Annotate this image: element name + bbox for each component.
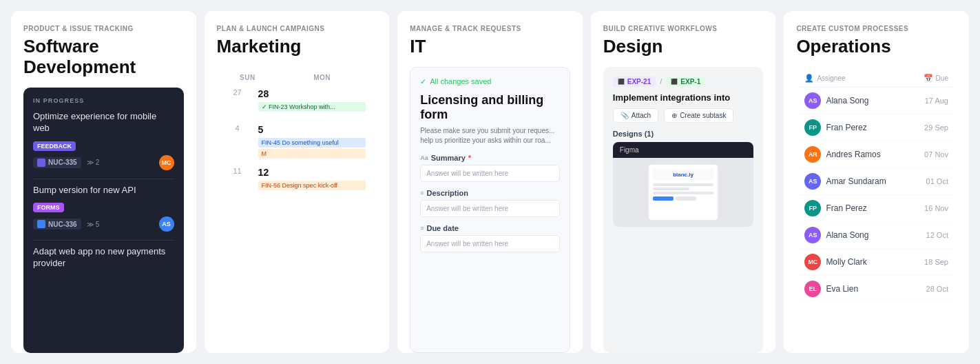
card-title: IT <box>410 37 570 57</box>
card-operations: CREATE CUSTOM PROCESSES Operations 👤 Ass… <box>784 11 969 353</box>
ops-date: 18 Sep <box>924 258 948 266</box>
cal-date: 5 <box>258 124 366 135</box>
ops-person: AS Alana Song <box>804 227 926 243</box>
task-id-label: NUC-336 <box>48 221 77 228</box>
task-id-label: NUC-335 <box>48 159 77 166</box>
ops-row: FP Fran Perez 29 Sep <box>799 114 954 141</box>
ops-person: FP Fran Perez <box>804 119 924 136</box>
task-title: Adapt web app no new payments provider <box>33 246 174 270</box>
figma-line <box>653 183 713 186</box>
design-header: ⬛ EXP-21 / ⬛ EXP-1 <box>613 77 754 87</box>
figma-btn-outline <box>676 196 696 201</box>
field-input-description[interactable]: Answer will be written here <box>420 200 560 217</box>
ops-row: MC Molly Clark 18 Sep <box>799 249 954 276</box>
create-subtask-button[interactable]: ⊕ Create subtask <box>664 108 733 123</box>
task-icon <box>37 220 45 228</box>
paperclip-icon: 📎 <box>621 112 629 119</box>
avatar: AR <box>804 146 821 163</box>
col-assignee: 👤 Assignee <box>804 74 923 83</box>
field-label-summary: Aa Summary * <box>420 154 560 162</box>
form-field-description: ≡ Description Answer will be written her… <box>420 189 560 217</box>
card-preview: ✓ All changes saved Licensing and billin… <box>410 67 570 353</box>
card-title: Operations <box>796 37 957 57</box>
ops-date: 17 Aug <box>925 97 948 105</box>
card-label: CREATE CUSTOM PROCESSES <box>796 25 957 32</box>
ops-row: AR Andres Ramos 07 Nov <box>799 141 954 168</box>
avatar: AS <box>804 92 821 109</box>
exp-tag-1: ⬛ EXP-1 <box>666 77 705 87</box>
calendar-icon: 📅 <box>924 74 933 83</box>
task-meta: NUC-336 ≫ 5 AS <box>33 216 174 232</box>
calendar-header: SUN MON <box>224 74 371 81</box>
card-preview: SUN MON 27 28 ✓ FIN-23 Workshop with... … <box>217 67 377 353</box>
attach-button[interactable]: 📎 Attach <box>613 108 658 123</box>
figma-embed: Figma blanc.ly <box>613 142 754 227</box>
designs-label: Designs (1) <box>613 130 754 138</box>
figma-buttons-row <box>653 196 713 201</box>
assignee-icon: 👤 <box>804 74 814 83</box>
cal-event: ✓ FIN-23 Workshop with... <box>258 102 366 112</box>
card-preview: IN PROGRESS Optimize experience for mobi… <box>23 88 184 353</box>
cal-date: 28 <box>258 88 366 99</box>
cal-event: M <box>258 149 366 159</box>
card-label: PRODUCT & ISSUE TRACKING <box>23 25 184 32</box>
ops-name: Fran Perez <box>826 123 866 132</box>
ops-date: 07 Nov <box>924 150 948 159</box>
ops-person: EL Eva Lien <box>804 281 926 297</box>
divider-slash: / <box>660 77 662 85</box>
design-actions: 📎 Attach ⊕ Create subtask <box>613 108 754 123</box>
field-input-duedate[interactable]: Answer will be written here <box>420 235 560 252</box>
avatar: AS <box>159 216 174 232</box>
ops-date: 28 Oct <box>926 285 948 293</box>
task-meta: NUC-335 ≫ 2 MC <box>33 155 174 170</box>
check-icon: ✓ <box>262 103 269 110</box>
form-saved-status: ✓ All changes saved <box>420 77 560 86</box>
task-item: Adapt web app no new payments provider <box>33 246 174 270</box>
ops-name: Amar Sundaram <box>826 176 886 186</box>
ops-person: MC Molly Clark <box>804 254 924 270</box>
field-label-description: ≡ Description <box>420 189 560 197</box>
task-tag: FORMS <box>33 203 64 212</box>
field-icon: ≡ <box>420 225 424 232</box>
figma-btn-primary <box>653 196 674 201</box>
ops-person: AS Alana Song <box>804 92 924 109</box>
ops-table-header: 👤 Assignee 📅 Due <box>799 74 954 88</box>
task-tag: FEEDBACK <box>33 141 76 151</box>
meta-count: ≫ 5 <box>87 221 100 228</box>
ops-person: AS Amar Sundaram <box>804 173 926 190</box>
field-input-summary[interactable]: Answer will be written here <box>420 165 560 182</box>
card-preview: 👤 Assignee 📅 Due AS Alana Song 17 Aug FP… <box>796 67 957 353</box>
ops-name: Eva Lien <box>826 284 858 294</box>
task-title: Bump version for new API <box>33 185 174 196</box>
cal-cell: 28 ✓ FIN-23 Workshop with... <box>254 85 371 120</box>
cal-date: 12 <box>258 167 366 178</box>
card-it: MANAGE & TRACK REQUESTS IT ✓ All changes… <box>397 11 583 353</box>
avatar: MC <box>804 254 821 270</box>
tag-icon: ⬛ <box>618 79 625 85</box>
ops-name: Alana Song <box>826 230 868 240</box>
avatar: MC <box>159 155 174 170</box>
cal-week-num: 11 <box>224 164 251 199</box>
task-title: Optimize experience for mobile web <box>33 111 174 134</box>
field-label-duedate: ≡ Due date <box>420 224 560 232</box>
figma-line <box>653 188 689 190</box>
ops-date: 12 Oct <box>926 231 948 239</box>
ops-row: FP Fran Perez 16 Nov <box>799 195 954 222</box>
task-id: NUC-336 <box>33 219 81 230</box>
avatar: AS <box>804 227 821 243</box>
figma-header: Figma <box>613 142 754 158</box>
field-icon: ≡ <box>420 190 424 196</box>
card-preview: ⬛ EXP-21 / ⬛ EXP-1 Implement integration… <box>603 67 764 353</box>
figma-body: blanc.ly <box>613 158 754 227</box>
card-label: BUILD CREATIVE WORKFLOWS <box>603 25 764 32</box>
avatar: AS <box>804 173 821 190</box>
required-marker: * <box>468 154 471 162</box>
avatar: FP <box>804 200 821 216</box>
calendar-grid: 27 28 ✓ FIN-23 Workshop with... 4 5 FIN-… <box>224 85 371 199</box>
card-title: Design <box>603 37 764 57</box>
cal-week-num: 4 <box>224 121 251 163</box>
cal-event: FIN-56 Design spec kick-off <box>258 181 366 190</box>
ops-date: 01 Oct <box>926 177 948 185</box>
in-progress-label: IN PROGRESS <box>33 97 174 104</box>
ops-row: AS Alana Song 17 Aug <box>799 88 954 114</box>
